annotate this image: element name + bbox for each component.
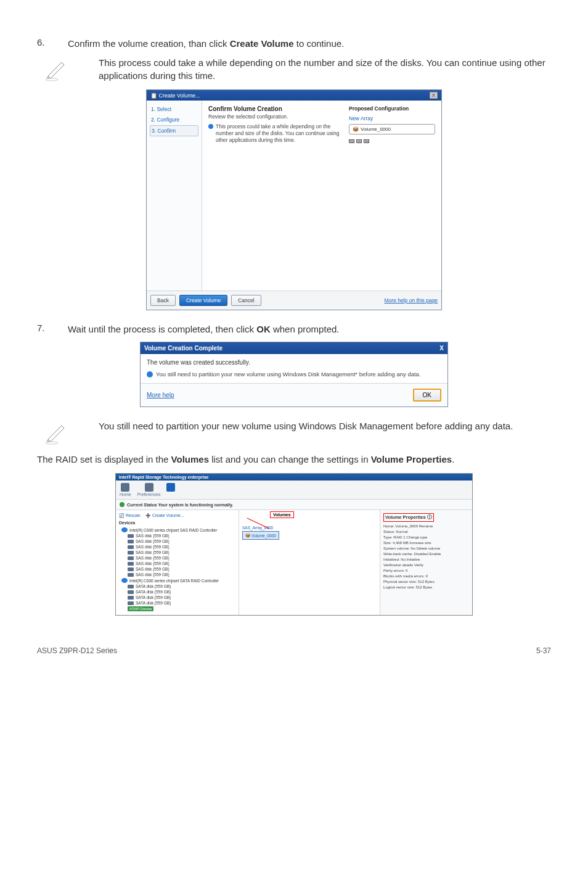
disk-node[interactable]: SAS disk (559 GB) <box>119 544 235 550</box>
disk-icon <box>128 585 134 588</box>
disk-icon <box>128 562 134 566</box>
footer-left: ASUS Z9PR-D12 Series <box>37 646 117 655</box>
success-message: The volume was created successfully. <box>147 359 441 366</box>
prop-blocks: Blocks with media errors: 0 <box>383 574 469 579</box>
disk-icon: 🖴 <box>364 137 370 144</box>
step-select[interactable]: 1. Select <box>150 104 198 114</box>
controller-node[interactable]: Intel(R) C600 series chipset SATA RAID C… <box>119 577 235 584</box>
cancel-button[interactable]: Cancel <box>231 295 261 306</box>
completion-dialog: Volume Creation Complete X The volume wa… <box>140 342 448 407</box>
controller-node[interactable]: Intel(R) C600 series chipset SAS RAID Co… <box>119 527 235 533</box>
step-text: Confirm the volume creation, than click … <box>68 37 551 50</box>
back-button[interactable]: Back <box>150 295 176 306</box>
paragraph: The RAID set is displayed in the Volumes… <box>37 453 551 466</box>
step-configure[interactable]: 2. Configure <box>150 115 198 125</box>
more-help-link[interactable]: More help on this page <box>385 297 438 303</box>
step-number: 6. <box>37 37 68 50</box>
toolbar-preferences[interactable]: Preferences <box>137 483 161 497</box>
prop-status: Status: Normal <box>383 529 469 535</box>
prop-type: Type: RAID 1 Change type <box>383 535 469 540</box>
svg-point-1 <box>46 442 58 444</box>
prop-log: Logical sector size: 512 Bytes <box>383 585 469 590</box>
prop-system: System volume: No Delete volume <box>383 546 469 551</box>
create-volume-link[interactable]: ➕ Create Volume... <box>145 513 184 518</box>
status-text: Current Status Your system is functionin… <box>127 503 233 507</box>
rescan-link[interactable]: 🔄 Rescan <box>119 513 141 518</box>
disk-icon <box>128 551 134 555</box>
note-icon <box>37 419 74 445</box>
disk-icon <box>128 534 134 538</box>
info-text: You still need to partition your new vol… <box>156 371 421 378</box>
prop-phys: Physical sector size: 512 Bytes <box>383 579 469 585</box>
prop-size: Size: 4,468 MB Increase size <box>383 540 469 546</box>
controller-icon <box>121 527 128 532</box>
volume-icon: 📦 <box>353 126 359 132</box>
status-ok-icon <box>120 502 125 507</box>
disk-node[interactable]: SATA disk (559 GB) <box>119 589 235 595</box>
home-icon <box>121 483 129 492</box>
intel-icon <box>166 483 175 492</box>
step-confirm[interactable]: 3. Confirm <box>150 125 198 136</box>
close-icon[interactable]: X <box>430 92 438 99</box>
disk-icon <box>128 601 134 605</box>
close-icon[interactable]: X <box>439 345 444 352</box>
info-text: This process could take a while dependin… <box>216 123 345 144</box>
note-icon <box>37 56 74 82</box>
prop-name: Name: Volume_0000 Rename <box>383 524 469 529</box>
gear-icon <box>145 483 153 492</box>
note-text: You still need to partition your new vol… <box>74 419 551 432</box>
ok-button[interactable]: OK <box>413 389 441 402</box>
disk-node[interactable]: SAS disk (559 GB) <box>119 555 235 561</box>
volume-box[interactable]: 📦 Volume_0000 <box>242 531 279 540</box>
disk-icons: 🖴 🖴 🖴 <box>349 137 435 144</box>
disk-node[interactable]: SAS disk (559 GB) <box>119 533 235 538</box>
disk-icon <box>128 567 134 571</box>
create-volume-button[interactable]: Create Volume <box>179 295 227 306</box>
volumes-callout: Volumes <box>270 511 294 518</box>
info-icon <box>147 371 153 377</box>
array-name[interactable]: SAS_Array_0000 <box>242 526 377 530</box>
dialog-title: Volume Creation Complete <box>144 345 223 352</box>
disk-node[interactable]: SATA disk (559 GB) <box>119 600 235 606</box>
dialog-title: 📋 Create Volume... <box>150 93 200 99</box>
volume-item: 📦 Volume_0000 <box>349 124 435 134</box>
disk-icon <box>128 590 134 594</box>
disk-node[interactable]: SAS disk (559 GB) <box>119 572 235 577</box>
info-icon <box>208 124 213 129</box>
disk-icon: 🖴 <box>349 137 355 144</box>
disk-node[interactable]: SATA disk (559 GB) <box>119 595 235 600</box>
disk-icon <box>128 540 134 543</box>
disk-node[interactable]: SAS disk (559 GB) <box>119 538 235 544</box>
disk-icon <box>128 545 134 549</box>
prop-parity: Parity errors: 0 <box>383 568 469 574</box>
prop-init: Initialized: No Initialize <box>383 557 469 563</box>
proposed-config-heading: Proposed Configuration <box>349 105 435 112</box>
volume-properties-heading: Volume Properties ⓘ <box>383 513 434 522</box>
prop-writeback: Write-back cache: Disabled Enable <box>383 551 469 557</box>
disk-icon: 🖴 <box>356 137 362 144</box>
step-text: Wait until the process is completed, the… <box>68 323 551 336</box>
svg-point-0 <box>46 78 58 81</box>
app-title: Intel® Rapid Storage Technology enterpri… <box>116 474 472 481</box>
footer-right: 5-37 <box>536 646 551 655</box>
atapi-node[interactable]: ATAPI Device <box>119 606 235 612</box>
disk-icon <box>128 556 134 560</box>
more-help-link[interactable]: More help <box>147 392 174 398</box>
disk-node[interactable]: SAS disk (559 GB) <box>119 561 235 566</box>
create-volume-dialog: 📋 Create Volume... X 1. Select 2. Config… <box>146 89 442 310</box>
device-tree: Intel(R) C600 series chipset SAS RAID Co… <box>119 527 235 612</box>
prop-verif: Verification details Verify <box>383 563 469 568</box>
disk-node[interactable]: SAS disk (559 GB) <box>119 566 235 572</box>
toolbar-home[interactable]: Home <box>120 483 131 497</box>
disk-node[interactable]: SATA disk (559 GB) <box>119 584 235 589</box>
controller-icon <box>121 578 128 583</box>
disk-node[interactable]: SAS disk (559 GB) <box>119 550 235 555</box>
disk-icon <box>128 573 134 577</box>
wizard-steps-sidebar: 1. Select 2. Configure 3. Confirm <box>147 101 202 291</box>
toolbar-logo <box>166 483 175 497</box>
step-number: 7. <box>37 323 68 336</box>
devices-heading: Devices <box>119 521 235 525</box>
note-text: This process could take a while dependin… <box>74 56 551 82</box>
volume-icon: 📦 <box>245 533 250 538</box>
disk-icon <box>128 596 134 600</box>
